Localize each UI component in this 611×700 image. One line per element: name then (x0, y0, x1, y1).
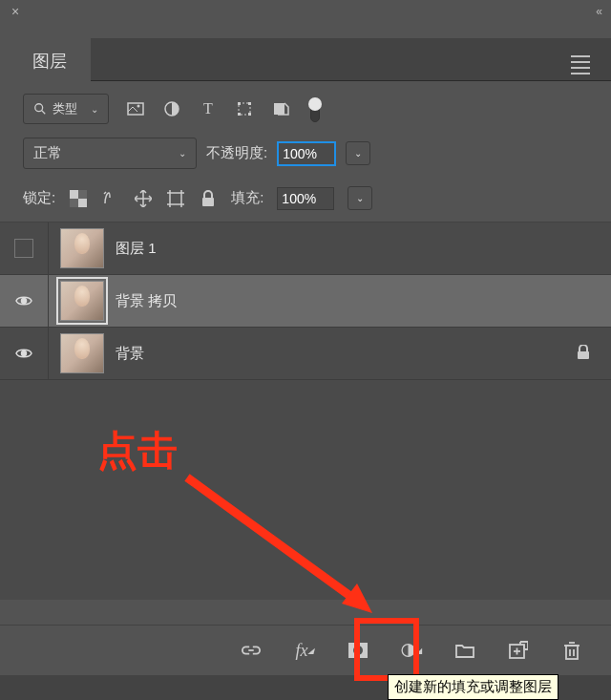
blend-mode-select[interactable]: 正常 ⌄ (23, 138, 197, 169)
svg-rect-8 (248, 102, 251, 105)
layer-name[interactable]: 背景 (116, 345, 144, 363)
layer-thumbnail[interactable] (60, 228, 104, 268)
svg-rect-11 (274, 103, 284, 115)
annotation-label: 点击 (97, 424, 178, 477)
collapse-panel-button[interactable]: « (596, 5, 600, 18)
chevron-down-icon: ⌄ (91, 104, 98, 115)
svg-rect-30 (578, 351, 589, 359)
fill-input[interactable] (277, 187, 334, 210)
layer-name[interactable]: 图层 1 (116, 240, 157, 258)
svg-rect-15 (70, 199, 78, 207)
svg-rect-27 (202, 198, 214, 206)
layer-name[interactable]: 背景 拷贝 (116, 292, 177, 310)
filter-adjustment-icon[interactable] (162, 99, 181, 118)
fill-label: 填充: (231, 189, 263, 207)
lock-artboard-icon[interactable] (166, 189, 185, 208)
chevron-down-icon: ⌄ (179, 148, 186, 159)
svg-rect-10 (248, 113, 251, 116)
layer-thumbnail[interactable] (60, 333, 104, 373)
adjustment-layer-button[interactable]: ◢ (401, 640, 422, 661)
visibility-toggle[interactable] (0, 223, 49, 274)
opacity-label: 不透明度: (206, 144, 267, 162)
new-layer-button[interactable] (508, 640, 529, 661)
layer-filter-select[interactable]: 类型 ⌄ (23, 94, 109, 124)
layer-row[interactable]: 图层 1 (0, 223, 611, 275)
layer-row[interactable]: 背景 (0, 328, 611, 380)
lock-transparent-icon[interactable] (69, 189, 88, 208)
opacity-input[interactable] (277, 141, 336, 166)
svg-text:T: T (203, 100, 213, 117)
svg-point-29 (22, 351, 27, 356)
visibility-toggle[interactable] (0, 275, 49, 327)
filter-label: 类型 (53, 100, 77, 117)
svg-rect-13 (78, 199, 87, 207)
layer-style-button[interactable]: fx◢ (294, 640, 315, 661)
group-button[interactable] (454, 640, 475, 661)
layer-thumbnail[interactable] (60, 281, 104, 321)
opacity-dropdown[interactable]: ⌄ (346, 141, 370, 165)
svg-rect-12 (70, 190, 78, 199)
search-icon (33, 102, 47, 116)
filter-pixel-icon[interactable] (126, 99, 145, 118)
tooltip: 创建新的填充或调整图层 (388, 674, 558, 700)
svg-point-3 (137, 105, 140, 108)
svg-point-0 (35, 104, 43, 112)
filter-smart-icon[interactable] (271, 99, 290, 118)
lock-icon (577, 345, 590, 363)
layer-row[interactable]: 背景 拷贝 (0, 275, 611, 328)
filter-type-icon[interactable]: T (199, 99, 218, 118)
svg-rect-9 (238, 113, 241, 116)
lock-image-icon[interactable] (101, 189, 120, 208)
fill-dropdown[interactable]: ⌄ (348, 186, 372, 210)
tab-layers[interactable]: 图层 (15, 38, 84, 82)
visibility-toggle[interactable] (0, 328, 49, 379)
close-panel-button[interactable]: × (11, 4, 19, 19)
svg-rect-14 (78, 190, 87, 199)
svg-point-28 (22, 299, 27, 304)
filter-toggle[interactable] (307, 99, 323, 118)
blend-mode-value: 正常 (33, 144, 62, 162)
delete-layer-button[interactable] (561, 640, 582, 661)
lock-position-icon[interactable] (134, 189, 153, 208)
svg-rect-39 (566, 646, 578, 659)
layer-mask-button[interactable] (348, 640, 369, 661)
link-layers-button[interactable] (241, 640, 262, 661)
lock-all-icon[interactable] (199, 189, 218, 208)
panel-menu-button[interactable] (571, 52, 590, 78)
svg-rect-7 (238, 102, 241, 105)
svg-line-1 (42, 111, 46, 115)
filter-shape-icon[interactable] (235, 99, 254, 118)
svg-rect-18 (170, 193, 181, 204)
svg-point-32 (353, 646, 363, 655)
lock-label: 锁定: (23, 189, 55, 207)
